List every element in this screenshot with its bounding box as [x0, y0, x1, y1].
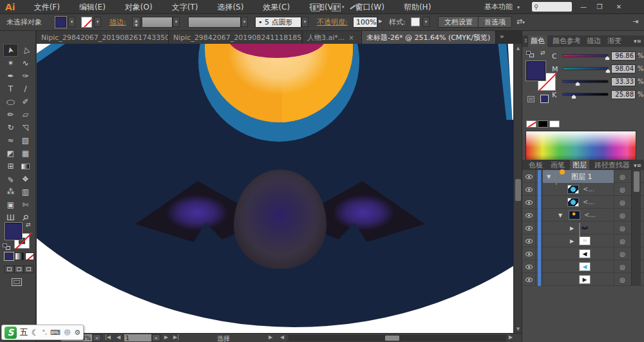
menu-file[interactable]: 文件(F) [24, 0, 70, 14]
layers-scrollbar-thumb[interactable] [634, 171, 639, 192]
ellipse-tool[interactable]: ◯ [3, 95, 18, 108]
tab-color-guide[interactable]: 颜色参考 [550, 35, 583, 47]
stroke-weight-field[interactable] [142, 17, 173, 28]
workspace-caret-icon[interactable]: ▾ [517, 5, 520, 10]
layer-name[interactable]: <... [584, 211, 596, 218]
tab-color[interactable]: 颜色 [528, 35, 547, 47]
pen-tool[interactable]: ✒ [3, 70, 18, 82]
paintbrush-tool[interactable]: ✐ [18, 95, 33, 108]
yellow-value-field[interactable]: 33.33 [611, 77, 636, 86]
visibility-toggle[interactable] [522, 183, 536, 196]
expand-icon[interactable]: ▼ [558, 213, 562, 218]
opacity-arrow-icon[interactable]: ▶ [379, 19, 382, 24]
gradient-tool[interactable] [18, 160, 33, 173]
layer-row-1[interactable]: ▼ 图层 1 ◎ [522, 170, 644, 183]
magenta-value-field[interactable]: 98.04 [611, 64, 636, 73]
style-dropdown-icon[interactable]: ▾ [422, 17, 430, 27]
profile-dropdown-icon[interactable]: ▾ [301, 17, 308, 27]
visibility-toggle[interactable] [522, 247, 536, 260]
menu-help[interactable]: 帮助(H) [394, 0, 440, 14]
layer-row-3[interactable]: <... ◎ [522, 196, 644, 209]
magenta-slider-track[interactable] [562, 67, 609, 70]
style-swatch[interactable] [411, 17, 420, 28]
visibility-toggle[interactable] [522, 260, 536, 273]
layer-thumbnail[interactable]: ▶ [579, 275, 591, 284]
fill-color-swatch[interactable] [55, 17, 66, 30]
layer-row-2[interactable]: <... ◎ [522, 183, 644, 196]
layer-row-4[interactable]: ▼ <... ◎ [522, 209, 644, 222]
visibility-toggle[interactable] [522, 273, 536, 286]
ime-fullhalf-moon-icon[interactable]: ☾ [32, 328, 39, 337]
white-swatch[interactable] [549, 120, 560, 128]
color-mode-button[interactable] [5, 252, 14, 260]
opacity-link[interactable]: 不透明度: [317, 17, 348, 27]
perspective-grid-tool[interactable]: ▦ [18, 147, 33, 160]
brush-definition-dropdown-icon[interactable]: ▾ [241, 17, 248, 27]
cyan-value-field[interactable]: 96.86 [611, 52, 636, 61]
collapsed-icon[interactable]: ▶ [570, 238, 574, 244]
panel-menu-icon[interactable]: ▾≡ [634, 162, 641, 169]
close-button[interactable]: ✕ [612, 2, 626, 12]
target-icon[interactable]: ◎ [614, 222, 630, 234]
gpu-performance-icon[interactable] [351, 3, 359, 12]
ime-keyboard-icon[interactable]: ⌨ [50, 328, 61, 337]
layer-row-5[interactable]: ▶ ◎ [522, 222, 644, 234]
ime-profile-icon[interactable]: ☻ [64, 328, 71, 337]
layers-scrollbar[interactable] [631, 170, 641, 286]
hand-tool[interactable]: Ш [3, 211, 18, 224]
layer-thumbnail[interactable] [567, 185, 579, 194]
layer-thumbnail[interactable] [567, 198, 579, 207]
ime-toolbar[interactable]: S 五 ☾ °, ⌨ ☻ ⚙ [1, 325, 84, 340]
cyan-slider-track[interactable] [562, 54, 609, 57]
target-icon[interactable]: ◎ [614, 247, 630, 260]
draw-inside-button[interactable] [24, 265, 33, 273]
rotate-tool[interactable]: ↻ [3, 121, 18, 134]
visibility-toggle[interactable] [522, 234, 536, 247]
target-icon[interactable]: ◎ [614, 170, 630, 183]
draw-behind-button[interactable] [14, 265, 24, 273]
tab-document-3[interactable]: 人物3.ai*...× [303, 31, 362, 44]
target-icon[interactable]: ◎ [614, 273, 630, 286]
workspace-switcher[interactable]: 基本功能 [484, 2, 513, 12]
fill-swatch-tool[interactable] [5, 223, 22, 240]
splitter-left-icon[interactable]: ◀ [280, 334, 284, 340]
opacity-field[interactable]: 100% [353, 17, 377, 28]
stroke-weight-dropdown-icon[interactable]: ▾ [173, 17, 180, 27]
tab-document-4-active[interactable]: 未标题-26* @ 251.64% (CMYK/预览)× [362, 31, 496, 44]
next-artboard-button[interactable]: ▶ [164, 334, 168, 340]
document-setup-button[interactable]: 文档设置 [438, 16, 479, 28]
selection-tool[interactable]: ➤ [3, 44, 18, 57]
layer-row-9[interactable]: ▶ ◎ [522, 273, 644, 286]
last-color-swatch[interactable] [540, 95, 549, 103]
direct-selection-tool[interactable]: ▷ [18, 44, 33, 57]
target-icon[interactable]: ◎ [614, 209, 630, 222]
collapsed-icon[interactable]: ▶ [570, 225, 574, 231]
target-icon[interactable]: ◎ [614, 260, 630, 273]
ime-language-toggle[interactable]: 五 [20, 327, 28, 338]
fill-swatch[interactable] [526, 61, 545, 81]
slice-tool[interactable]: ✄ [18, 198, 33, 211]
brush-definition-field[interactable] [188, 17, 241, 28]
artboard-number-field[interactable]: 1 [124, 334, 151, 341]
eraser-tool[interactable]: ▱ [18, 108, 33, 121]
tab-document-1[interactable]: Nipic_29842067_20190826174335045000.ai*× [37, 31, 169, 44]
tab-gradient[interactable]: 渐变 [605, 35, 624, 47]
last-artboard-button[interactable]: ▶| [173, 334, 179, 340]
target-icon[interactable]: ◎ [614, 196, 630, 209]
scale-tool[interactable]: ◹ [18, 121, 33, 134]
layer-name[interactable]: <... [583, 198, 594, 205]
ime-punctuation-icon[interactable]: °, [42, 329, 46, 336]
free-transform-tool[interactable]: ▧ [18, 134, 33, 147]
layer-row-8[interactable]: ◀ ◎ [522, 260, 644, 273]
line-segment-tool[interactable]: ∕ [18, 82, 33, 95]
stroke-color-swatch[interactable] [81, 17, 92, 30]
tab-overflow-icon[interactable]: » [500, 32, 504, 41]
sogou-logo-icon[interactable]: S [5, 327, 17, 339]
layer-thumbnail[interactable]: ◀ [579, 262, 591, 271]
ime-settings-wrench-icon[interactable]: ⚙ [74, 328, 80, 337]
splitter-right-icon[interactable]: ▶ [269, 334, 272, 340]
scroll-right-icon[interactable]: ▶ [509, 334, 513, 340]
menu-effect[interactable]: 效果(C) [253, 0, 299, 14]
black-swatch[interactable] [538, 120, 548, 128]
draw-normal-button[interactable] [5, 265, 14, 273]
